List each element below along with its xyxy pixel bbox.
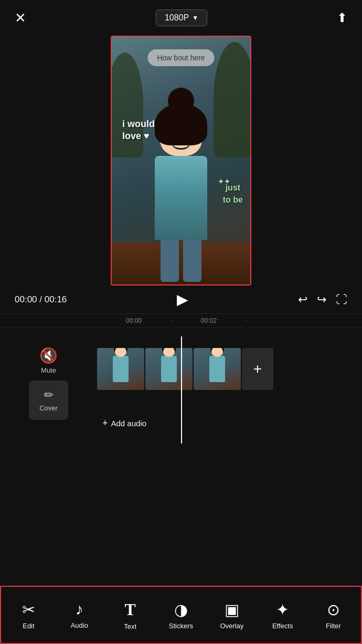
add-audio-plus-icon: + [102,418,108,429]
timeline-left-column: 🔇 Mute ✏ Cover [0,336,97,420]
clip-thumb-3[interactable] [194,348,241,390]
character-leg-left [161,240,179,282]
clip-thumb-2[interactable] [145,348,193,390]
text-label: Text [124,622,136,630]
export-button[interactable]: ⬆ [337,10,347,25]
toolbar-item-overlay[interactable]: ▣ Overlay [214,600,250,630]
playback-icons-group: ↩ ↪ ⛶ [298,293,347,307]
overlay-icon: ▣ [225,600,239,619]
audio-icon: ♪ [76,600,83,618]
add-audio-label: Add audio [111,419,147,428]
overlay-text-love: i wouldlove ♥ [122,118,155,143]
effects-icon: ✦ [276,600,289,619]
playhead [181,336,182,444]
effects-label: Effects [272,622,293,630]
close-button[interactable]: ✕ [15,10,26,26]
text-icon: T [124,600,135,619]
time-display: 00:00 / 00:16 [15,294,67,305]
edit-icon: ✂ [22,600,35,619]
bottom-toolbar: ✂ Edit ♪ Audio T Text ◑ Stickers ▣ Overl… [0,586,362,644]
time-separator: / [39,294,42,304]
redo-button[interactable]: ↪ [317,293,326,307]
top-bar: ✕ 1080P ▼ ⬆ [0,0,362,31]
speech-bubble-text: How bout here [157,54,205,62]
add-audio-button[interactable]: + Add audio [102,418,146,429]
character-leg-right [183,240,201,282]
filter-icon: ⊙ [327,600,340,619]
cover-button[interactable]: ✏ Cover [29,381,68,420]
toolbar-item-audio[interactable]: ♪ Audio [61,600,98,629]
clip-char-mini-3 [209,356,225,382]
fullscreen-button[interactable]: ⛶ [336,293,347,307]
add-clip-icon: + [253,361,262,377]
playback-controls: 00:00 / 00:16 ▶ ↩ ↪ ⛶ [0,286,362,313]
add-clip-button[interactable]: + [242,348,273,390]
character-smile [171,140,191,150]
cover-icon: ✏ [44,388,54,402]
total-time: 00:16 [45,294,67,304]
ruler-dot-2: · [246,318,247,324]
current-time: 00:00 [15,294,37,304]
stickers-label: Stickers [169,622,193,630]
quality-arrow-icon: ▼ [192,14,198,22]
character-hair [155,103,207,145]
stickers-icon: ◑ [174,600,188,619]
overlay-label: Overlay [220,622,243,630]
quality-button[interactable]: 1080P ▼ [156,9,207,26]
mute-label: Mute [41,366,56,374]
ruler-label-2s: 00:02 [201,317,217,324]
ruler-label-start: 00:00 [126,317,142,324]
speech-bubble: How bout here [147,49,214,66]
clip-char-mini-2 [161,356,177,382]
toolbar-item-effects[interactable]: ✦ Effects [264,600,301,630]
clip-char-mini-1 [113,356,129,382]
character-body [155,156,207,240]
overlay-text-just: ✦✦ justto be [223,182,243,206]
video-preview-container: How bout here i wouldlove ♥ ✦✦ justto be [0,31,362,286]
video-preview: How bout here i wouldlove ♥ ✦✦ justto be [111,36,251,286]
timeline-scroll[interactable]: + + Add audio [97,336,362,444]
undo-button[interactable]: ↩ [298,293,307,307]
sparkle-icon: ✦✦ [218,177,230,187]
clip-thumb-1[interactable] [97,348,144,390]
toolbar-item-stickers[interactable]: ◑ Stickers [163,600,199,630]
mute-icon: 🔇 [39,347,58,364]
toolbar-item-edit[interactable]: ✂ Edit [10,600,47,630]
timeline-ruler: 00:00 · 00:02 · [0,313,362,328]
quality-label: 1080P [165,13,189,23]
timeline-area: 🔇 Mute ✏ Cover [0,328,362,444]
audio-label: Audio [71,621,88,629]
character-legs [139,240,223,282]
clips-strip: + [97,348,362,390]
mute-button[interactable]: 🔇 Mute [39,347,58,374]
toolbar-item-filter[interactable]: ⊙ Filter [315,600,352,630]
edit-label: Edit [23,622,34,630]
play-button[interactable]: ▶ [177,291,188,308]
filter-label: Filter [326,622,341,630]
character-head [160,117,202,156]
ruler-dot-1: · [171,318,172,324]
toolbar-item-text[interactable]: T Text [112,600,148,630]
cover-label: Cover [39,404,58,412]
